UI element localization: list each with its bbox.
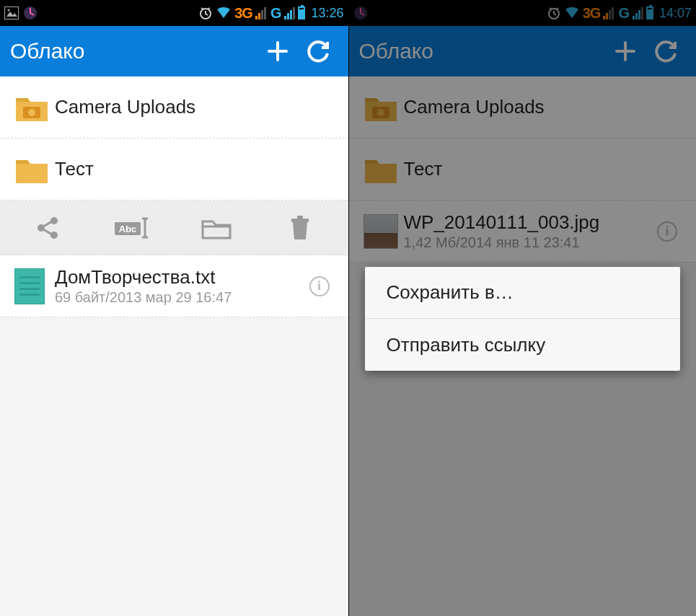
- signal-bars-2-icon: [284, 6, 295, 19]
- screenshot-left: 3G G 13:26 Облако Camera Uploads: [0, 0, 348, 616]
- app-title: Облако: [10, 39, 257, 63]
- svg-point-9: [50, 232, 58, 239]
- popup-send-link[interactable]: Отправить ссылку: [365, 319, 681, 371]
- screenshot-right: 3G G 14:07 Облако Camera Uploads: [348, 0, 697, 616]
- folder-name: Camera Uploads: [55, 95, 334, 119]
- popup-save-to[interactable]: Сохранить в…: [365, 267, 681, 319]
- folder-name: Тест: [55, 157, 334, 181]
- battery-icon: [298, 6, 305, 19]
- info-icon: i: [309, 276, 330, 296]
- svg-rect-12: [291, 219, 309, 222]
- status-bar: 3G G 13:26: [0, 0, 348, 26]
- delete-button[interactable]: [258, 201, 343, 255]
- file-name: ДомТворчества.txt: [55, 265, 305, 289]
- move-button[interactable]: [174, 201, 258, 255]
- svg-rect-13: [297, 216, 303, 219]
- refresh-button[interactable]: [298, 31, 338, 71]
- folder-row-test[interactable]: Тест: [0, 138, 348, 201]
- file-row-txt[interactable]: ДомТворчества.txt 69 байт/2013 мар 29 16…: [0, 255, 348, 317]
- picture-icon: [4, 6, 19, 19]
- svg-point-6: [28, 109, 35, 116]
- svg-point-2: [8, 9, 10, 12]
- popup-item-label: Отправить ссылку: [387, 334, 546, 356]
- folder-icon: [14, 154, 55, 185]
- text-file-icon: [14, 268, 55, 304]
- folder-camera-icon: [14, 92, 55, 123]
- share-button[interactable]: [6, 201, 90, 255]
- svg-rect-0: [4, 6, 19, 19]
- wifi-icon: [216, 6, 232, 19]
- folder-row-camera[interactable]: Camera Uploads: [0, 76, 348, 138]
- add-button[interactable]: [257, 31, 298, 71]
- info-button[interactable]: i: [305, 276, 334, 296]
- signal-bars-1-icon: [255, 6, 266, 19]
- svg-point-8: [50, 217, 58, 224]
- rename-button[interactable]: Abc: [90, 201, 175, 255]
- popup-item-label: Сохранить в…: [387, 281, 514, 304]
- app-status-icon: [23, 6, 38, 20]
- svg-marker-1: [6, 12, 17, 17]
- file-meta: 69 байт/2013 мар 29 16:47: [55, 289, 305, 307]
- action-bar: Облако: [0, 26, 348, 76]
- item-action-strip: Abc: [0, 201, 348, 255]
- svg-text:Abc: Abc: [119, 224, 137, 234]
- network-g-label: G: [270, 5, 282, 22]
- alarm-icon: [198, 6, 213, 20]
- share-popup: Сохранить в… Отправить ссылку: [365, 267, 681, 371]
- file-list: Camera Uploads Тест Abc: [0, 76, 348, 317]
- network-3g-label: 3G: [234, 5, 252, 22]
- clock-time: 13:26: [311, 6, 343, 21]
